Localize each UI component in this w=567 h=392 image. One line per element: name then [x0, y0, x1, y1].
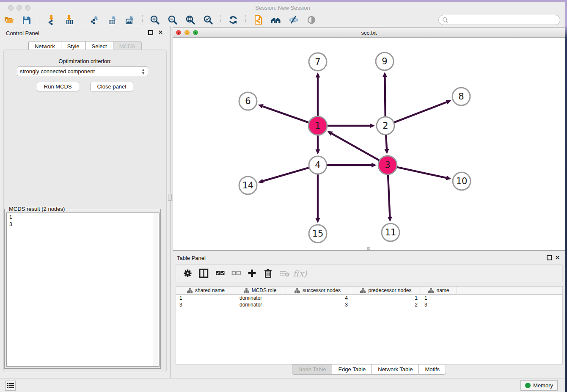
search-input[interactable]	[451, 17, 556, 23]
node-label: 11	[385, 227, 396, 237]
search-field[interactable]	[438, 15, 560, 25]
table-cell[interactable]: 1	[176, 295, 236, 301]
zoom-out-icon[interactable]	[166, 14, 179, 25]
memory-button[interactable]: Memory	[520, 380, 558, 391]
edge-3-10[interactable]	[397, 167, 446, 178]
column-browser-icon[interactable]	[197, 268, 210, 279]
criterion-select[interactable]: strongly connected component ▲▼	[17, 66, 148, 76]
window-resize-grip[interactable]	[367, 247, 370, 250]
node-label: 2	[383, 121, 388, 131]
tab-edge-table[interactable]: Edge Table	[332, 364, 372, 375]
app-title: Session: New Session	[0, 5, 565, 11]
graph-node-15[interactable]: 15	[309, 225, 327, 243]
edge-2-9[interactable]	[385, 77, 385, 116]
import-table-icon[interactable]	[63, 14, 76, 25]
node-label: 1	[315, 121, 320, 131]
graph-node-6[interactable]: 6	[239, 92, 257, 110]
column-header-successor-nodes[interactable]: successor nodes	[284, 287, 351, 294]
graph-node-2[interactable]: 2	[377, 117, 394, 135]
close-table-panel-icon[interactable]: ✕	[555, 255, 560, 261]
network-graph-canvas[interactable]: 7 9 6 8 1 2 4 3 14 10 15 11	[173, 38, 565, 250]
node-table[interactable]: shared name MCDS role successor nodes pr…	[176, 286, 563, 364]
graph-node-10[interactable]: 10	[453, 172, 471, 190]
tab-motifs[interactable]: Motifs	[418, 364, 446, 375]
graph-node-8[interactable]: 8	[452, 88, 470, 105]
table-cell[interactable]: 3	[421, 301, 457, 308]
refresh-icon[interactable]	[227, 14, 239, 25]
import-network-icon[interactable]	[45, 14, 58, 25]
edge-arrowhead	[388, 217, 392, 222]
save-session-icon[interactable]	[20, 14, 33, 25]
graph-node-9[interactable]: 9	[376, 52, 394, 70]
float-panel-icon[interactable]	[148, 30, 153, 35]
result-scrollbar[interactable]	[153, 213, 158, 366]
zoom-selected-icon[interactable]	[202, 14, 215, 25]
graph-node-1[interactable]: 1	[308, 116, 327, 135]
table-cell[interactable]: 3	[284, 301, 351, 308]
column-header-predecessor-nodes[interactable]: predecessor nodes	[351, 287, 421, 294]
mcds-result-text[interactable]: 1 3	[6, 213, 160, 367]
node-label: 7	[315, 57, 320, 67]
tab-network-table[interactable]: Network Table	[372, 364, 418, 375]
graph-node-7[interactable]: 7	[309, 53, 327, 71]
edge-3-11[interactable]	[388, 175, 390, 217]
edge-2-8[interactable]	[394, 102, 447, 122]
control-panel: Control Panel ✕ NetworkStyleSelectMCDS O…	[1, 28, 169, 373]
node-label: 15	[312, 229, 324, 239]
select-stepper-icon: ▲▼	[141, 68, 145, 75]
column-header-shared-name[interactable]: shared name	[176, 287, 236, 294]
graph-node-4[interactable]: 4	[309, 156, 327, 174]
close-panel-icon[interactable]: ✕	[158, 30, 163, 36]
mcds-result-title: MCDS result (2 nodes)	[7, 206, 66, 212]
hide-details-icon[interactable]	[287, 14, 300, 25]
table-cell[interactable]: 2	[351, 301, 421, 308]
open-session-icon[interactable]	[3, 14, 15, 25]
clear-column-selection-icon[interactable]	[229, 268, 242, 279]
table-row[interactable]: 1dominator411	[176, 295, 562, 301]
attribute-type-icon	[187, 288, 193, 293]
graph-node-14[interactable]: 14	[239, 177, 257, 194]
delete-column-icon[interactable]	[278, 268, 290, 279]
zoom-fit-icon[interactable]	[184, 14, 197, 25]
table-body: 1dominator4113dominator323	[176, 295, 562, 308]
vertical-splitter[interactable]	[170, 26, 171, 378]
table-cell[interactable]: dominator	[236, 301, 284, 308]
float-table-panel-icon[interactable]	[547, 255, 552, 260]
table-row[interactable]: 3dominator323	[176, 301, 562, 308]
splitter-handle[interactable]	[168, 194, 172, 201]
zoom-in-icon[interactable]	[149, 14, 161, 25]
apply-function-icon[interactable]: f(x)	[294, 268, 306, 279]
select-all-columns-icon[interactable]	[213, 268, 226, 279]
table-cell[interactable]: 4	[284, 295, 351, 301]
edge-arrowhead	[372, 163, 377, 168]
delete-row-icon[interactable]	[261, 268, 274, 279]
edge-2-3[interactable]	[386, 135, 387, 149]
open-network-file-icon[interactable]	[252, 14, 264, 25]
edge-3-1[interactable]	[332, 134, 379, 160]
show-details-icon[interactable]	[305, 14, 318, 25]
export-network-icon[interactable]	[88, 14, 101, 25]
close-panel-button[interactable]: Close panel	[90, 82, 134, 91]
add-row-icon[interactable]	[245, 268, 258, 279]
edge-4-14[interactable]	[263, 168, 309, 181]
export-image-icon[interactable]	[124, 14, 136, 25]
edge-1-6[interactable]	[263, 106, 308, 122]
table-cell[interactable]: 3	[176, 301, 236, 308]
export-table-icon[interactable]	[106, 14, 118, 25]
edge-arrowhead	[384, 149, 389, 154]
network-window-title: scc.txt	[173, 30, 565, 36]
graph-node-3[interactable]: 3	[378, 156, 397, 174]
column-header-MCDS-role[interactable]: MCDS role	[236, 287, 284, 294]
run-mcds-button[interactable]: Run MCDS	[37, 82, 79, 91]
table-cell[interactable]: 1	[351, 295, 421, 301]
table-cell[interactable]: 1	[421, 295, 457, 301]
task-history-button[interactable]	[5, 381, 16, 391]
home-icon[interactable]	[270, 14, 282, 25]
table-options-icon[interactable]	[181, 268, 194, 279]
mcds-result-groupbox: MCDS result (2 nodes) 1 3	[4, 209, 161, 369]
table-cell[interactable]: dominator	[236, 295, 284, 301]
network-window-titlebar[interactable]: x − + scc.txt	[173, 28, 565, 38]
graph-node-11[interactable]: 11	[382, 224, 399, 241]
tab-node-table[interactable]: Node Table	[292, 364, 332, 375]
column-header-name[interactable]: name	[421, 287, 457, 294]
